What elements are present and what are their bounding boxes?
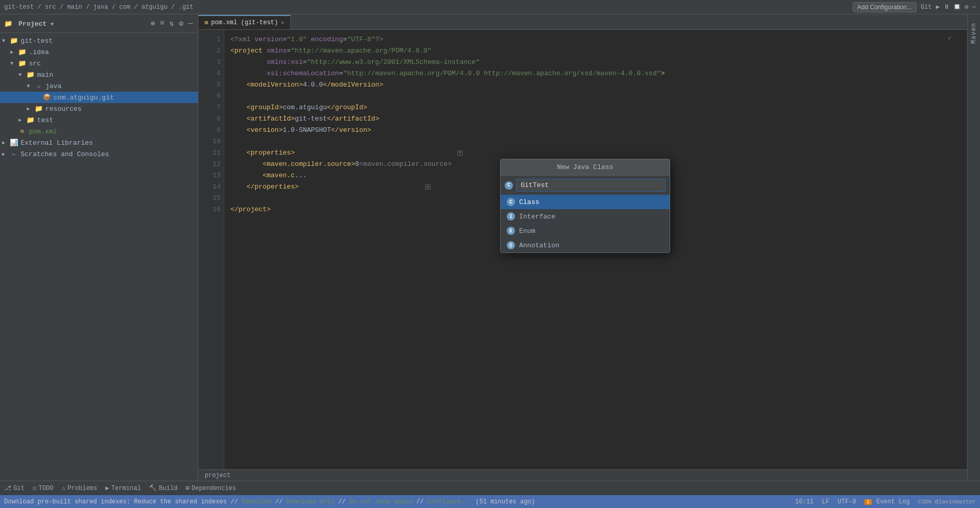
problems-icon: ⚠	[62, 484, 65, 492]
cursor-position: 16:11	[795, 498, 813, 505]
status-bar: Download pre-built shared indexes: Reduc…	[0, 495, 980, 508]
tree-label-git-test: git-test	[21, 37, 53, 45]
annotation-icon: @	[507, 241, 515, 249]
terminal-label: Terminal	[111, 485, 141, 492]
enum-icon: E	[507, 227, 515, 235]
tree-item-test[interactable]: ▶ 📁 test	[0, 114, 198, 126]
do-not-show-link[interactable]: Do not show again	[350, 498, 412, 505]
breadcrumb: git-test / src / main / java / com / atg…	[4, 4, 193, 11]
sidebar: 📁 Project ▼ ⊕ ≡ ⇅ ⚙ — ▼ 📁 git-test ▶	[0, 14, 198, 481]
tree-label-src: src	[29, 60, 41, 67]
popup-item-annotation[interactable]: @ Annotation	[501, 238, 670, 252]
tree-item-git-test[interactable]: ▼ 📁 git-test	[0, 35, 198, 46]
dependencies-label: Dependencies	[192, 485, 236, 492]
right-sidebar: Maven	[967, 14, 980, 481]
popup-item-class-label: Class	[519, 198, 539, 206]
terminal-tool[interactable]: ▶ Terminal	[106, 484, 141, 492]
editor-area: m pom.xml (git-test) ✕ 1 2 3 4 5 6 7 8 9…	[198, 14, 967, 481]
tree-label-java: java	[45, 82, 61, 90]
todo-label: TODO	[39, 485, 54, 492]
popup-header: New Java Class	[501, 159, 670, 176]
toolbar-icons: ▶ ⏸ 🔲 ⚙ —	[936, 3, 976, 11]
popup-list: C Class I Interface E Enum @	[501, 195, 670, 252]
popup-class-icon-preview: C	[505, 181, 513, 190]
tree-item-pom-xml[interactable]: m pom.xml	[0, 126, 198, 137]
todo-icon: ☑	[33, 484, 37, 492]
todo-tool[interactable]: ☑ TODO	[33, 484, 54, 492]
status-right: 16:11 LF UTF-8 1 Event Log CSDN @lavinma…	[795, 498, 976, 505]
popup-input-area: C	[501, 176, 670, 195]
maven-sidebar-label[interactable]: Maven	[968, 19, 979, 48]
popup-item-class[interactable]: C Class	[501, 195, 670, 209]
tree-label-main: main	[37, 71, 53, 79]
minimize-icon[interactable]: —	[188, 18, 194, 29]
tree-label-scratches: Scratches and Consoles	[21, 150, 109, 158]
popup-item-enum-label: Enum	[519, 227, 535, 235]
main-layout: 📁 Project ▼ ⊕ ≡ ⇅ ⚙ — ▼ 📁 git-test ▶	[0, 14, 980, 481]
git-tool[interactable]: ⎇ Git	[4, 484, 25, 492]
tree-item-external-libraries[interactable]: ▶ 📊 External Libraries	[0, 137, 198, 148]
locate-icon[interactable]: ⊕	[150, 18, 156, 29]
vcs-label: Git	[921, 4, 932, 11]
top-bar-right: Add Configuration... Git ▶ ⏸ 🔲 ⚙ —	[853, 2, 976, 12]
tree-label-external-libraries: External Libraries	[21, 139, 93, 147]
sidebar-header: 📁 Project ▼ ⊕ ≡ ⇅ ⚙ —	[0, 14, 198, 33]
build-icon: 🔨	[149, 484, 157, 492]
dependencies-tool[interactable]: ⊞ Dependencies	[186, 484, 236, 492]
popup-name-input[interactable]	[516, 179, 666, 192]
encoding[interactable]: UTF-8	[838, 498, 856, 505]
git-icon: ⎇	[4, 484, 11, 492]
tree-label-resources: resources	[45, 105, 81, 113]
popup-overlay: New Java Class C C Class I	[198, 14, 967, 481]
download-link[interactable]: Download	[242, 498, 272, 505]
new-java-class-popup: New Java Class C C Class I	[500, 159, 670, 253]
bottom-bar: ⎇ Git ☑ TODO ⚠ Problems ▶ Terminal 🔨 Bui…	[0, 481, 980, 495]
popup-item-interface[interactable]: I Interface	[501, 209, 670, 224]
dependencies-icon: ⊞	[186, 484, 189, 492]
sidebar-header-icons: ⊕ ≡ ⇅ ⚙ —	[150, 18, 194, 29]
tree-label-com-atguigu-git: com.atguigu.git	[54, 94, 114, 101]
file-tree: ▼ 📁 git-test ▶ 📁 .idea ▼ 📁 src ▼ 📁 main	[0, 33, 198, 481]
status-message: Download pre-built shared indexes: Reduc…	[4, 498, 535, 505]
collapse-all-icon[interactable]: ≡	[159, 18, 165, 29]
line-ending[interactable]: LF	[822, 498, 829, 505]
tree-item-com-atguigu-git[interactable]: 📦 com.atguigu.git	[0, 92, 198, 103]
tree-item-src[interactable]: ▼ 📁 src	[0, 58, 198, 69]
download-only-link[interactable]: Download only	[286, 498, 335, 505]
terminal-icon: ▶	[106, 484, 109, 492]
tree-item-main[interactable]: ▼ 📁 main	[0, 69, 198, 80]
interface-icon: I	[507, 212, 515, 221]
git-label: Git	[13, 485, 25, 492]
tree-label-test: test	[37, 116, 53, 124]
top-bar: git-test / src / main / java / com / atg…	[0, 0, 980, 14]
popup-item-interface-label: Interface	[519, 213, 555, 221]
popup-title: New Java Class	[557, 163, 613, 171]
watermark: CSDN @lavinmaster	[918, 499, 976, 505]
popup-item-annotation-label: Annotation	[519, 242, 559, 249]
event-log[interactable]: 1 Event Log	[865, 498, 910, 505]
tree-item-java[interactable]: ▼ ☕ java	[0, 80, 198, 92]
problems-label: Problems	[68, 485, 97, 492]
class-icon: C	[507, 198, 515, 206]
build-label: Build	[159, 485, 177, 492]
scroll-icon[interactable]: ⇅	[169, 18, 175, 29]
tree-item-scratches[interactable]: ▶ ✏️ Scratches and Consoles	[0, 148, 198, 160]
tree-label-pom-xml: pom.xml	[29, 128, 57, 136]
problems-tool[interactable]: ⚠ Problems	[62, 484, 97, 492]
tree-item-resources[interactable]: ▶ 📁 resources	[0, 103, 198, 114]
build-tool[interactable]: 🔨 Build	[149, 484, 177, 492]
tree-item-idea[interactable]: ▶ 📁 .idea	[0, 46, 198, 58]
configure-link[interactable]: Configure...	[427, 498, 472, 505]
popup-item-enum[interactable]: E Enum	[501, 224, 670, 238]
settings-icon[interactable]: ⚙	[178, 18, 184, 29]
event-count: 1	[865, 499, 872, 505]
tree-label-idea: .idea	[29, 48, 49, 56]
add-configuration-button[interactable]: Add Configuration...	[853, 2, 917, 12]
sidebar-title: 📁 Project ▼	[4, 20, 54, 28]
